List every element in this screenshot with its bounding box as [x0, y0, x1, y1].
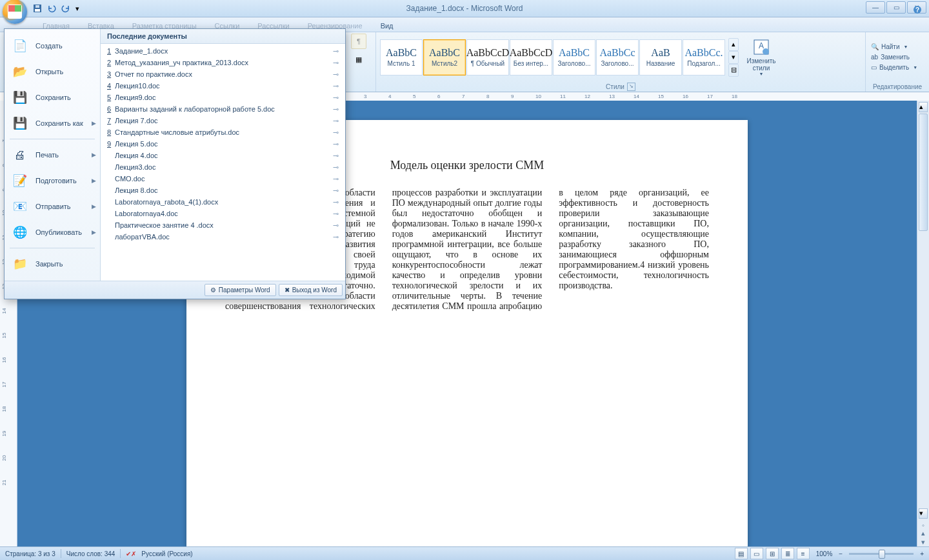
gallery-up-icon[interactable]: ▴ [728, 38, 739, 51]
styles-gallery[interactable]: AaBbCМстиль 1AaBbCМстиль2AaBbCcD¶ Обычны… [380, 39, 725, 75]
group-editing: 🔍Найти▼ abЗаменить ▭Выделить▼ Редактиров… [866, 32, 929, 92]
select-icon: ▭ [871, 64, 877, 71]
qat-save-icon[interactable] [31, 2, 44, 15]
style-item[interactable]: AaBНазвание [639, 39, 682, 75]
office-menu: 📄Создать 📂Открыть 💾Сохранить 💾Сохранить … [4, 28, 346, 103]
menu-open[interactable]: 📂Открыть [5, 59, 100, 85]
group-styles: AaBbCМстиль 1AaBbCМстиль2AaBbCcD¶ Обычны… [376, 32, 866, 92]
recent-document-item[interactable]: 4Лекция10.doc⊸ [103, 80, 343, 92]
styles-launcher-icon[interactable]: ↘ [627, 83, 635, 91]
find-button[interactable]: 🔍Найти▼ [868, 42, 920, 52]
tab-view[interactable]: Вид [372, 20, 403, 32]
change-styles-button[interactable]: A Изменить стили▼ [741, 34, 782, 81]
find-icon: 🔍 [871, 43, 879, 50]
title-bar: ▾ Задание_1.docx - Microsoft Word — ▭ ✕ [0, 0, 929, 17]
pilcrow-icon[interactable]: ¶ [351, 34, 366, 49]
recent-document-item[interactable]: 3Отчет по практике.docx⊸ [103, 68, 343, 80]
quick-access-toolbar: ▾ [31, 2, 81, 15]
style-item[interactable]: AaBbCcDБез интер... [510, 39, 552, 75]
window-title: Задание_1.docx - Microsoft Word [406, 4, 523, 13]
office-button[interactable] [3, 0, 27, 24]
svg-rect-1 [35, 9, 40, 12]
pin-icon[interactable]: ⊸ [333, 70, 339, 79]
recent-document-item[interactable]: 1Задание_1.docx⊸ [103, 45, 343, 57]
scroll-up-icon[interactable]: ▴ [919, 102, 928, 103]
qat-undo-icon[interactable] [45, 2, 58, 15]
select-button[interactable]: ▭Выделить▼ [868, 63, 920, 72]
menu-new[interactable]: 📄Создать [5, 33, 100, 59]
replace-button[interactable]: abЗаменить [868, 52, 920, 62]
style-item[interactable]: AaBbCcD¶ Обычный [466, 39, 509, 75]
replace-icon: ab [871, 54, 878, 61]
office-menu-commands: 📄Создать 📂Открыть 💾Сохранить 💾Сохранить … [5, 29, 101, 103]
recent-header: Последние документы [101, 29, 345, 44]
style-item[interactable]: AaBbCc.Подзагол... [683, 39, 725, 75]
pin-icon[interactable]: ⊸ [333, 82, 339, 90]
style-item[interactable]: AaBbCМстиль2 [423, 39, 466, 75]
pin-icon[interactable]: ⊸ [333, 59, 339, 67]
pin-icon[interactable]: ⊸ [333, 47, 339, 55]
save-icon: 💾 [11, 88, 29, 103]
svg-rect-2 [35, 5, 39, 8]
gallery-more-icon[interactable]: ⊟ [728, 64, 739, 77]
recent-documents-panel: Последние документы 1Задание_1.docx⊸2Мет… [101, 29, 345, 103]
recent-document-item[interactable]: 5Лекция9.doc⊸ [103, 92, 343, 103]
style-item[interactable]: AaBbCМстиль 1 [380, 39, 423, 75]
minimize-button[interactable]: — [866, 1, 885, 14]
new-icon: 📄 [11, 37, 29, 55]
style-item[interactable]: AaBbCЗаголово... [553, 39, 595, 75]
menu-save[interactable]: 💾Сохранить [5, 85, 100, 103]
gallery-down-icon[interactable]: ▾ [728, 51, 739, 64]
pin-icon[interactable]: ⊸ [333, 94, 339, 102]
qat-redo-icon[interactable] [59, 2, 72, 15]
open-icon: 📂 [11, 63, 29, 81]
maximize-button[interactable]: ▭ [886, 1, 906, 14]
style-item[interactable]: AaBbCcЗаголово... [596, 39, 639, 75]
borders-icon[interactable]: ▦ [351, 52, 366, 67]
recent-document-item[interactable]: 2Метод_указания_уч практика_2013.docx⊸ [103, 57, 343, 68]
help-icon[interactable]: ? [910, 2, 925, 17]
svg-point-9 [763, 48, 769, 55]
vertical-scrollbar[interactable]: ▴ ▾ ◦ ▴ ▾ [917, 101, 929, 103]
svg-text:A: A [759, 41, 764, 50]
qat-customize-icon[interactable]: ▾ [74, 2, 81, 15]
svg-text:?: ? [915, 6, 919, 14]
